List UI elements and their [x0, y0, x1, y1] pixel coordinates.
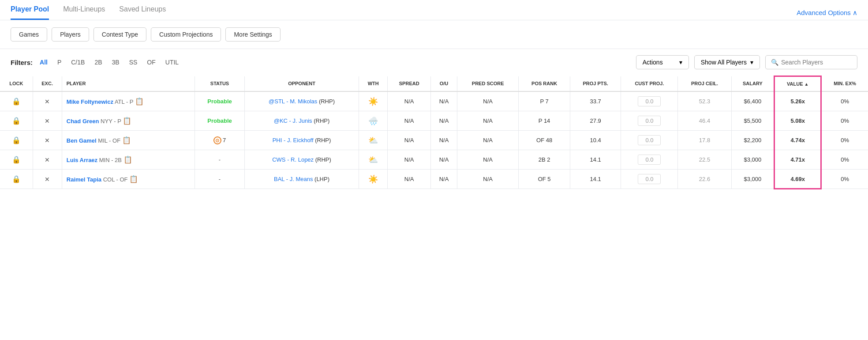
- col-player: PLAYER: [62, 76, 195, 92]
- weather-icon: ☀️: [368, 97, 378, 106]
- opponent-link[interactable]: CWS - R. Lopez: [272, 156, 314, 163]
- filter-3b[interactable]: 3B: [109, 58, 122, 67]
- lock-cell[interactable]: 🔒: [0, 150, 33, 170]
- exc-cell[interactable]: ✕: [33, 91, 62, 111]
- col-lock: LOCK: [0, 76, 33, 92]
- lock-icon: 🔒: [12, 136, 21, 144]
- player-name[interactable]: Mike Foltynewicz: [67, 98, 113, 105]
- pred-score-cell: N/A: [457, 150, 519, 170]
- note-icon[interactable]: 📋: [135, 98, 144, 105]
- opponent-link[interactable]: BAL - J. Means: [274, 176, 313, 182]
- status-dash: -: [219, 176, 221, 182]
- sub-tabs: Games Players Contest Type Custom Projec…: [0, 20, 868, 49]
- opponent-link[interactable]: @KC - J. Junis: [274, 117, 312, 124]
- filter-c1b[interactable]: C/1B: [68, 58, 87, 67]
- note-icon[interactable]: 📋: [123, 117, 131, 125]
- tab-saved-lineups[interactable]: Saved Lineups: [119, 5, 166, 20]
- cust-proj-cell[interactable]: [621, 150, 678, 170]
- exc-icon: ✕: [45, 98, 50, 105]
- spread-cell: N/A: [388, 150, 431, 170]
- table-row: 🔒 ✕ Chad Green NYY - P 📋 Probable @KC - …: [0, 111, 868, 131]
- sub-tab-players[interactable]: Players: [52, 27, 89, 42]
- player-cell: Chad Green NYY - P 📋: [62, 111, 195, 131]
- spread-cell: N/A: [388, 91, 431, 111]
- cust-proj-cell[interactable]: [621, 170, 678, 189]
- opponent-link[interactable]: @STL - M. Mikolas: [269, 98, 317, 105]
- value-text: 5.26x: [791, 98, 805, 105]
- cust-proj-cell[interactable]: [621, 91, 678, 111]
- weather-cell: ⛅: [359, 150, 388, 170]
- filter-all[interactable]: All: [37, 58, 50, 67]
- col-min-exp: MIN. EX%: [821, 76, 868, 92]
- player-name[interactable]: Ben Gamel: [67, 137, 97, 144]
- note-orange-icon[interactable]: 📋: [129, 175, 138, 183]
- search-icon: 🔍: [771, 59, 778, 66]
- ou-cell: N/A: [430, 111, 457, 131]
- actions-dropdown[interactable]: Actions ▾: [636, 55, 689, 69]
- pos-rank-cell: OF 5: [519, 170, 570, 189]
- salary-cell: $3,000: [731, 170, 774, 189]
- col-cust-proj: CUST PROJ.: [621, 76, 678, 92]
- chevron-down-icon: ▾: [750, 59, 753, 66]
- tab-multi-lineups[interactable]: Multi-Lineups: [63, 5, 105, 20]
- value-text: 5.08x: [791, 117, 805, 124]
- search-input[interactable]: [781, 59, 852, 66]
- table-row: 🔒 ✕ Raimel Tapia COL - OF 📋 - BAL - J. M…: [0, 170, 868, 189]
- cust-proj-input[interactable]: [638, 116, 661, 126]
- player-name[interactable]: Luis Arraez: [67, 157, 97, 163]
- pos-rank-cell: P 7: [519, 91, 570, 111]
- cust-proj-input[interactable]: [638, 135, 661, 145]
- exc-cell[interactable]: ✕: [33, 170, 62, 189]
- table-row: 🔒 ✕ Luis Arraez MIN - 2B 📋 - CWS - R. Lo…: [0, 150, 868, 170]
- opponent-link[interactable]: PHI - J. Eickhoff: [273, 137, 314, 144]
- cust-proj-cell[interactable]: [621, 131, 678, 150]
- value-cell: 5.26x: [774, 91, 821, 111]
- col-spread: SPREAD: [388, 76, 431, 92]
- filter-ss[interactable]: SS: [127, 58, 140, 67]
- sub-tab-more-settings[interactable]: More Settings: [225, 27, 280, 42]
- filter-util[interactable]: UTIL: [163, 58, 181, 67]
- tab-player-pool[interactable]: Player Pool: [11, 5, 49, 20]
- col-value[interactable]: VALUE ▲: [774, 76, 821, 92]
- note-icon[interactable]: 📋: [122, 136, 131, 144]
- sort-arrow-icon: ▲: [804, 82, 809, 87]
- sub-tab-custom-projections[interactable]: Custom Projections: [151, 27, 221, 42]
- col-wth: WTH: [359, 76, 388, 92]
- player-cell: Luis Arraez MIN - 2B 📋: [62, 150, 195, 170]
- show-all-players-dropdown[interactable]: Show All Players ▾: [694, 55, 760, 69]
- lock-cell[interactable]: 🔒: [0, 91, 33, 111]
- exc-cell[interactable]: ✕: [33, 111, 62, 131]
- advanced-options-button[interactable]: Advanced Options ∧: [797, 9, 857, 17]
- lock-cell[interactable]: 🔒: [0, 170, 33, 189]
- player-name[interactable]: Raimel Tapia: [67, 176, 101, 183]
- sub-tab-games[interactable]: Games: [11, 27, 47, 42]
- proj-ceil-cell: 22.5: [678, 150, 731, 170]
- filter-p[interactable]: P: [55, 58, 64, 67]
- cust-proj-input[interactable]: [638, 96, 661, 106]
- lock-cell[interactable]: 🔒: [0, 131, 33, 150]
- filter-of[interactable]: OF: [144, 58, 158, 67]
- filter-left: Filters: All P C/1B 2B 3B SS OF UTIL: [11, 58, 181, 67]
- player-cell: Raimel Tapia COL - OF 📋: [62, 170, 195, 189]
- salary-cell: $3,000: [731, 150, 774, 170]
- note-icon[interactable]: 📋: [123, 156, 132, 163]
- exc-icon: ✕: [45, 156, 50, 163]
- weather-cell: ☀️: [359, 91, 388, 111]
- cust-proj-cell[interactable]: [621, 111, 678, 131]
- cust-proj-input[interactable]: [638, 155, 661, 165]
- lock-cell[interactable]: 🔒: [0, 111, 33, 131]
- cust-proj-input[interactable]: [638, 174, 661, 184]
- opponent-extra: (RHP): [319, 98, 335, 105]
- ou-cell: N/A: [430, 150, 457, 170]
- lock-icon: 🔒: [12, 156, 21, 163]
- player-name[interactable]: Chad Green: [67, 118, 99, 125]
- sub-tab-contest-type[interactable]: Contest Type: [94, 27, 146, 42]
- exc-cell[interactable]: ✕: [33, 131, 62, 150]
- status-cell: Probable: [195, 91, 245, 111]
- lock-icon: 🔒: [12, 117, 21, 125]
- exc-cell[interactable]: ✕: [33, 150, 62, 170]
- player-cell: Mike Foltynewicz ATL - P 📋: [62, 91, 195, 111]
- weather-icon: 🌧️: [368, 117, 378, 125]
- proj-pts-cell: 27.9: [570, 111, 621, 131]
- filter-2b[interactable]: 2B: [92, 58, 105, 67]
